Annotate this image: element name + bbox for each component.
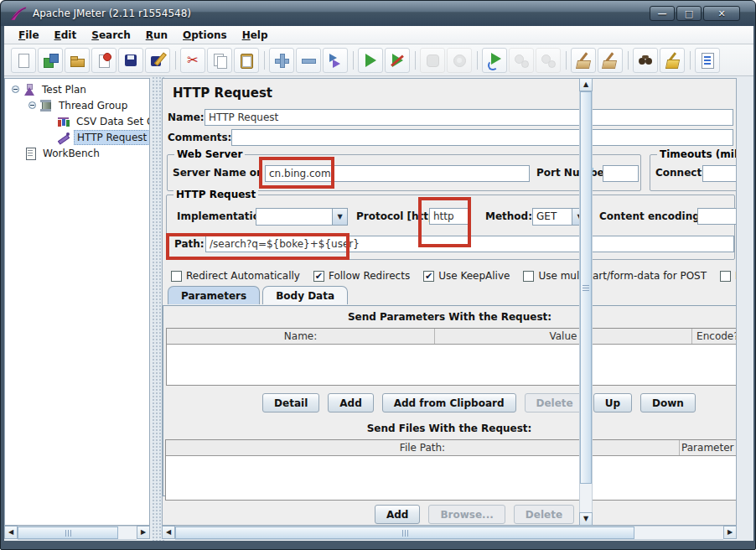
detail-button[interactable]: Detail xyxy=(262,393,319,412)
tree-item-http-request[interactable]: HTTP Request xyxy=(5,129,149,145)
copy-button[interactable] xyxy=(207,48,232,73)
save-button[interactable] xyxy=(118,48,143,73)
checkbox-icon[interactable]: ✔ xyxy=(423,271,434,282)
paste-icon xyxy=(238,52,255,69)
checkbox-follow-redirects[interactable]: ✔Follow Redirects xyxy=(313,270,410,282)
checkbox-browser-compatible-headers[interactable]: Browser-compatible headers xyxy=(720,270,737,282)
tree-item-label: CSV Data Set Con xyxy=(74,115,150,128)
tree-item-workbench[interactable]: WorkBench xyxy=(5,145,149,161)
timeouts-group: Timeouts (milliseconds) Connect: xyxy=(650,154,737,191)
minimize-button[interactable]: — xyxy=(650,6,675,21)
scroll-right-icon[interactable]: ▶ xyxy=(723,526,737,539)
timeouts-legend: Timeouts (milliseconds) xyxy=(657,148,737,160)
payload-tabs: ParametersBody Data xyxy=(168,286,350,304)
web-server-legend: Web Server xyxy=(174,148,245,160)
down-button[interactable]: Down xyxy=(640,393,696,412)
comments-input[interactable] xyxy=(231,129,733,146)
up-button[interactable]: Up xyxy=(593,393,632,412)
implementation-select[interactable]: ▼ xyxy=(256,208,348,226)
clear-button[interactable] xyxy=(571,48,596,73)
parameters-buttons: DetailAddAdd from ClipboardDeleteUpDown xyxy=(163,393,736,412)
menu-help[interactable]: Help xyxy=(235,28,276,43)
menu-options[interactable]: Options xyxy=(175,28,235,43)
menu-edit[interactable]: Edit xyxy=(47,28,85,43)
main-vertical-scrollbar[interactable]: ▲ ▼ xyxy=(579,78,593,526)
close-file-button[interactable] xyxy=(91,48,117,73)
remote-shutdown-all-button xyxy=(536,48,561,73)
search-icon xyxy=(637,52,654,69)
toolbar: ✂ xyxy=(4,44,753,76)
menu-search[interactable]: Search xyxy=(84,28,137,43)
tree-item-thread-group[interactable]: Thread Group xyxy=(5,97,149,113)
scroll-down-icon[interactable]: ▼ xyxy=(579,512,593,526)
remove-button[interactable] xyxy=(296,48,321,73)
maximize-button[interactable]: □ xyxy=(676,6,702,21)
tree-item-label: Thread Group xyxy=(56,99,130,112)
add-button[interactable] xyxy=(269,48,294,73)
remote-shutdown-all-icon xyxy=(540,52,557,69)
scroll-right-icon[interactable]: ▶ xyxy=(137,526,150,539)
title-bar[interactable]: Apache JMeter (2.11 r1554548) —□✕ xyxy=(1,1,756,26)
new-file-button[interactable] xyxy=(11,48,36,73)
cut-button[interactable]: ✂ xyxy=(180,48,205,73)
tree-item-test-plan[interactable]: Test Plan xyxy=(5,81,149,97)
http-request-icon xyxy=(57,131,70,144)
parameters-table-body[interactable] xyxy=(167,345,737,385)
main-scrollbar-thumb[interactable] xyxy=(175,527,634,539)
vertical-scrollbar-thumb[interactable] xyxy=(580,91,592,484)
scroll-up-icon[interactable]: ▲ xyxy=(579,78,593,91)
checkbox-icon[interactable] xyxy=(171,271,182,282)
checkbox-use-keepalive[interactable]: ✔Use KeepAlive xyxy=(423,270,510,282)
start-button[interactable] xyxy=(358,48,383,73)
jmeter-logo-icon xyxy=(9,5,28,22)
minimize-icon: — xyxy=(658,8,667,19)
checkbox-redirect-automatically[interactable]: Redirect Automatically xyxy=(171,270,300,282)
tree-scrollbar-thumb[interactable] xyxy=(18,527,118,539)
remote-start-all-button[interactable] xyxy=(482,48,507,73)
connect-timeout-input[interactable] xyxy=(702,165,737,182)
toggle-button[interactable] xyxy=(323,48,348,73)
annotation-path-box xyxy=(166,233,350,260)
files-table-body[interactable] xyxy=(166,456,737,500)
jmeter-window: Apache JMeter (2.11 r1554548) —□✕ FileEd… xyxy=(0,0,756,550)
add-button[interactable]: Add xyxy=(375,505,420,524)
menu-bar: FileEditSearchRunOptionsHelp xyxy=(4,26,753,44)
scroll-left-icon[interactable]: ◀ xyxy=(162,526,175,539)
start-no-pauses-button[interactable] xyxy=(385,48,410,73)
clear-all-button[interactable] xyxy=(598,48,623,73)
collapse-handle-icon[interactable] xyxy=(12,86,19,93)
checkbox-icon[interactable] xyxy=(523,271,534,282)
search-reset-icon xyxy=(664,52,681,69)
close-button[interactable]: ✕ xyxy=(703,6,740,21)
toolbar-separator xyxy=(172,49,180,71)
paste-button[interactable] xyxy=(234,48,259,73)
function-helper-icon xyxy=(699,52,716,69)
save-as-button[interactable] xyxy=(145,48,170,73)
menu-run[interactable]: Run xyxy=(138,28,175,43)
port-number-input[interactable] xyxy=(603,165,639,182)
checkbox-label: Redirect Automatically xyxy=(186,270,300,282)
scroll-left-icon[interactable]: ◀ xyxy=(4,526,18,539)
checkbox-icon[interactable] xyxy=(720,271,731,282)
checkbox-use-multipart-form-data-for-post[interactable]: Use multipart/form-data for POST xyxy=(523,270,707,282)
checkbox-icon[interactable]: ✔ xyxy=(313,271,324,282)
column-header-encode: Encode? xyxy=(692,329,737,344)
add-from-clipboard-button[interactable]: Add from Clipboard xyxy=(382,393,516,412)
search-button[interactable] xyxy=(633,48,658,73)
tree-item-csv-data-set-con[interactable]: CSV Data Set Con xyxy=(5,113,149,129)
search-reset-button[interactable] xyxy=(660,48,685,73)
toolbar-separator xyxy=(474,49,482,71)
collapse-handle-icon[interactable] xyxy=(28,101,36,109)
tree-horizontal-scrollbar[interactable]: ◀ ▶ xyxy=(4,526,150,540)
chevron-down-icon[interactable]: ▼ xyxy=(332,209,347,225)
function-helper-button[interactable] xyxy=(695,48,720,73)
menu-file[interactable]: File xyxy=(11,28,47,43)
name-input[interactable] xyxy=(205,109,733,126)
open-file-button[interactable] xyxy=(65,48,90,73)
tab-body-data[interactable]: Body Data xyxy=(262,286,348,304)
tab-parameters[interactable]: Parameters xyxy=(168,286,260,304)
main-horizontal-scrollbar[interactable]: ◀ ▶ xyxy=(162,526,737,540)
content-encoding-input[interactable] xyxy=(697,208,737,225)
templates-button[interactable] xyxy=(38,48,63,73)
add-button[interactable]: Add xyxy=(328,393,373,412)
